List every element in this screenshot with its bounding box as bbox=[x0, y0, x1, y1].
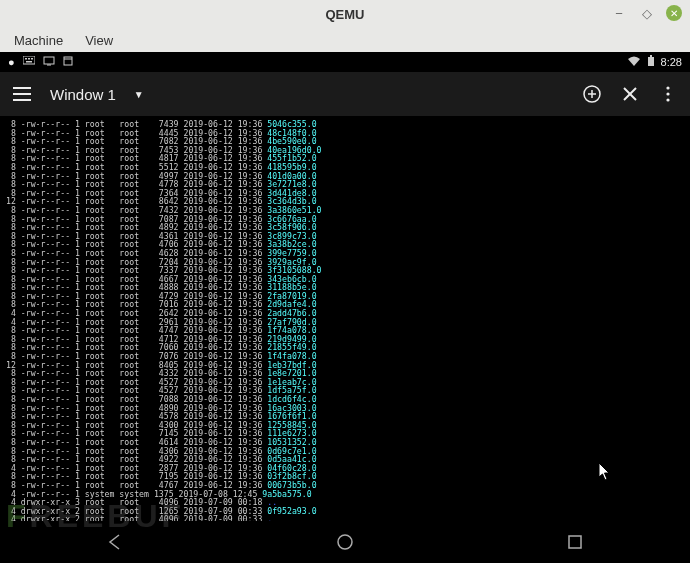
qemu-titlebar: QEMU − ◇ ✕ bbox=[0, 0, 690, 28]
svg-rect-2 bbox=[28, 58, 30, 60]
svg-rect-1 bbox=[25, 58, 27, 60]
keyboard-icon bbox=[23, 56, 35, 68]
android-nav-bar bbox=[0, 521, 690, 563]
minimize-button[interactable]: − bbox=[610, 4, 628, 22]
qemu-title: QEMU bbox=[326, 7, 365, 22]
svg-point-22 bbox=[338, 535, 352, 549]
android-status-bar: ● 8:28 bbox=[0, 52, 690, 72]
svg-rect-10 bbox=[650, 55, 652, 57]
add-window-icon[interactable] bbox=[582, 84, 602, 104]
svg-point-20 bbox=[666, 92, 669, 95]
svg-rect-4 bbox=[26, 61, 32, 63]
terminal-output[interactable]: 8 -rw-r--r-- 1 root root 7439 2019-06-12… bbox=[0, 116, 690, 521]
menu-machine[interactable]: Machine bbox=[4, 31, 73, 50]
svg-rect-5 bbox=[44, 57, 54, 64]
close-window-icon[interactable] bbox=[620, 84, 640, 104]
svg-rect-0 bbox=[23, 56, 35, 64]
nav-back-button[interactable] bbox=[95, 522, 135, 562]
status-left: ● bbox=[8, 56, 73, 68]
wifi-icon bbox=[627, 55, 641, 69]
battery-icon bbox=[647, 55, 655, 69]
qemu-menubar: Machine View bbox=[0, 28, 690, 52]
screen-icon bbox=[43, 56, 55, 68]
maximize-button[interactable]: ◇ bbox=[638, 4, 656, 22]
more-menu-icon[interactable] bbox=[658, 84, 678, 104]
close-button[interactable]: ✕ bbox=[666, 5, 682, 21]
window-controls: − ◇ ✕ bbox=[610, 4, 682, 22]
svg-point-19 bbox=[666, 86, 669, 89]
window-icon bbox=[63, 56, 73, 68]
status-right: 8:28 bbox=[627, 55, 682, 69]
nav-recent-button[interactable] bbox=[555, 522, 595, 562]
menu-view[interactable]: View bbox=[75, 31, 123, 50]
dropdown-icon[interactable]: ▼ bbox=[134, 89, 144, 100]
svg-rect-9 bbox=[648, 57, 654, 66]
svg-point-21 bbox=[666, 98, 669, 101]
nav-home-button[interactable] bbox=[325, 522, 365, 562]
svg-rect-7 bbox=[64, 57, 72, 65]
notification-dot-icon: ● bbox=[8, 56, 15, 68]
hamburger-menu-icon[interactable] bbox=[12, 84, 32, 104]
window-title[interactable]: Window 1 bbox=[50, 86, 116, 103]
status-time: 8:28 bbox=[661, 56, 682, 68]
terminal-toolbar: Window 1 ▼ bbox=[0, 72, 690, 116]
svg-rect-3 bbox=[31, 58, 33, 60]
svg-rect-23 bbox=[569, 536, 581, 548]
